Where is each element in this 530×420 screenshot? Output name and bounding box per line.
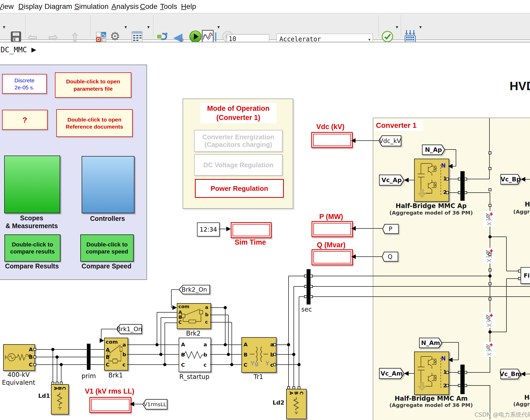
arm-branch-block-4[interactable] — [483, 342, 495, 357]
port-square — [458, 178, 461, 181]
model-advisor-icon[interactable] — [381, 31, 393, 43]
arm-branch-block-3[interactable] — [483, 312, 495, 328]
mode-energization-button[interactable]: Converter Energization (Capacitors charg… — [194, 130, 283, 152]
port-label-b: b — [204, 352, 207, 358]
wire — [299, 297, 299, 389]
port-label-A: A — [106, 347, 110, 353]
port-square — [292, 387, 295, 389]
v1-display[interactable] — [89, 397, 131, 413]
goto-tag-vc-ap[interactable]: Vc_Ap — [379, 175, 404, 186]
p-display[interactable] — [312, 221, 353, 237]
menu-view[interactable]: View — [0, 2, 14, 11]
combo-caret-icon: ▼ — [368, 38, 370, 42]
arm-branch-block-1[interactable] — [483, 211, 495, 227]
help-block[interactable]: ? — [2, 110, 48, 130]
sim-time-display[interactable] — [231, 222, 272, 238]
discrete-powergui-block[interactable]: Discrete 2e-05 s. — [2, 74, 47, 94]
port-label-C: C — [299, 392, 304, 395]
arrowhead-right-icon — [172, 305, 177, 310]
mode-power-regulation-button[interactable]: Power Regulation — [195, 179, 284, 198]
goto-tag-n-ap[interactable]: N_Ap — [422, 145, 445, 155]
settings-dropdown-icon[interactable]: ▼ — [146, 25, 150, 29]
from-tag-q[interactable]: Q — [382, 252, 398, 262]
goto-tag-vc-bm[interactable]: Vc_Bm — [500, 369, 521, 379]
wire — [490, 357, 490, 372]
clock-block[interactable]: 12:34 — [197, 222, 220, 237]
sim-time-caption: Sim Time — [235, 238, 266, 246]
wire — [445, 149, 456, 150]
open-parameters-button[interactable]: Double-click to open parameters file — [55, 72, 131, 98]
controllers-subsystem-block[interactable] — [82, 156, 134, 213]
port-label-c: c — [122, 361, 126, 368]
goto-tag-vc-am[interactable]: Vc_Am — [379, 368, 404, 379]
update-diagram-icon[interactable] — [157, 31, 171, 43]
model-canvas[interactable]: Discrete 2e-05 s. Double-click to open p… — [0, 58, 530, 420]
breadcrumb[interactable]: DC_MMC — [1, 45, 27, 54]
goto-tag-n-am[interactable]: N_Am — [419, 338, 442, 348]
scope-dropdown-icon[interactable]: ▼ — [217, 25, 221, 29]
port-square — [489, 204, 492, 207]
menu-display[interactable]: Display — [18, 2, 42, 11]
wire-junction — [488, 330, 492, 333]
wire — [458, 342, 459, 360]
wire — [465, 372, 490, 373]
wire — [134, 404, 143, 404]
filter-block-cut[interactable]: Fi — [521, 267, 530, 284]
from-tag-p[interactable]: P — [382, 224, 399, 234]
advisor-dropdown-icon[interactable]: ▼ — [395, 25, 399, 29]
wire — [409, 180, 414, 180]
port-label-C: C — [244, 362, 247, 368]
wire — [288, 276, 289, 389]
port-square — [518, 270, 521, 273]
build-dropdown-icon[interactable]: ▼ — [419, 25, 422, 29]
q-display[interactable] — [312, 249, 353, 265]
scopes-subsystem-block[interactable] — [4, 156, 60, 213]
port-square — [304, 275, 307, 278]
from-tag-vdc-kv[interactable]: Vdc_kV — [379, 135, 401, 146]
vdc-display[interactable] — [311, 132, 353, 148]
from-tag-v1rmsll[interactable]: V1rmsLL — [143, 399, 167, 410]
port-square — [287, 387, 290, 389]
build-icon[interactable] — [404, 30, 416, 43]
menu-code[interactable]: Code — [140, 2, 157, 11]
open-reference-docs-button[interactable]: Double-click to open Reference documents — [56, 109, 133, 137]
mode-dc-regulation-button[interactable]: DC Voltage Regulation — [194, 154, 283, 176]
port-label-B: B — [29, 354, 33, 360]
compare-results-button[interactable]: Double-click to compare results — [4, 234, 60, 262]
save-icon[interactable] — [10, 31, 22, 43]
arrowhead-left-icon — [130, 402, 134, 406]
from-tag-brk1-on[interactable]: Brk1_On — [117, 324, 142, 334]
port-label-B: B — [181, 352, 185, 358]
goto-tag-vc-bp[interactable]: Vc_Bp — [500, 174, 521, 185]
wire — [171, 290, 172, 308]
compare-speed-button[interactable]: Double-click to compare speed — [80, 234, 134, 262]
bus-mmc-am[interactable] — [460, 365, 465, 394]
port-label-b: b — [122, 351, 126, 358]
menu-simulation[interactable]: Simulation — [74, 2, 109, 11]
breadcrumb-arrow-icon: ▶ — [31, 46, 36, 53]
bus-mmc-ap[interactable] — [460, 171, 465, 201]
new-model-dropdown-icon[interactable]: ▼ — [2, 25, 6, 29]
wire-junction — [163, 363, 166, 366]
menu-tools[interactable]: Tools — [160, 2, 177, 11]
run-icon[interactable] — [189, 30, 202, 43]
gear-icon[interactable]: ⚙ — [110, 30, 120, 43]
gear-dropdown-icon[interactable]: ▼ — [124, 25, 128, 29]
model-settings-icon[interactable] — [131, 31, 143, 43]
menu-analysis[interactable]: Analysis — [111, 2, 139, 11]
port-label-c: c — [270, 362, 273, 368]
wire — [228, 315, 229, 354]
watermark: CSDN @电力系统代码 — [475, 411, 530, 419]
from-tag-brk2-on[interactable]: Brk2_On — [179, 285, 210, 294]
wire — [232, 322, 232, 365]
wire — [127, 354, 179, 355]
wire-junction — [155, 343, 159, 346]
wire — [310, 276, 490, 276]
menu-diagram[interactable]: Diagram — [44, 2, 72, 11]
menu-help[interactable]: Help — [181, 2, 196, 11]
library-browser-icon[interactable] — [96, 32, 107, 43]
scopes-label-line2: & Measurements — [5, 222, 58, 230]
wire — [490, 328, 490, 342]
wire-junction — [60, 363, 63, 366]
wire — [275, 364, 299, 365]
